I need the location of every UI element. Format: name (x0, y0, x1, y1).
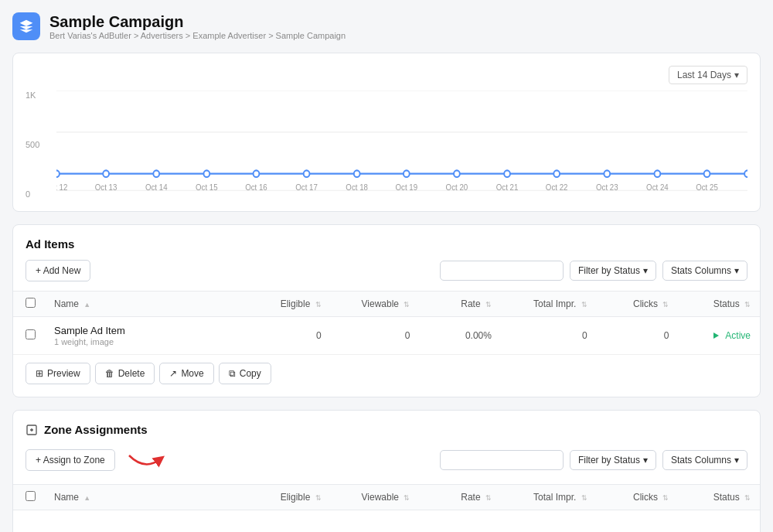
zone-search-input[interactable] (440, 450, 564, 470)
svg-text:Oct 24: Oct 24 (646, 183, 669, 193)
page-header-text: Sample Campaign Bert Varias's AdButler >… (49, 13, 346, 40)
row-checkbox[interactable] (26, 329, 36, 339)
zone-stats-columns-label: Stats Columns (671, 455, 731, 466)
svg-text:Oct 17: Oct 17 (295, 183, 318, 193)
svg-point-10 (354, 170, 360, 177)
total-impr-column-header: Total Impr. ⇅ (501, 292, 597, 317)
sort-eligible-icon[interactable]: ⇅ (315, 301, 322, 309)
sort-zone-eligible-icon[interactable]: ⇅ (315, 494, 322, 502)
sort-rate-icon[interactable]: ⇅ (485, 301, 492, 309)
zone-assignments-toolbar: + Assign to Zone Filter by Status ▾ Stat… (13, 445, 760, 484)
zone-assignments-table: Name ▲ Eligible ⇅ Viewable ⇅ Rate (13, 484, 760, 532)
add-new-button[interactable]: + Add New (26, 260, 90, 281)
zone-filter-by-status-button[interactable]: Filter by Status ▾ (570, 450, 656, 470)
status-active: Active (687, 330, 751, 341)
select-all-checkbox[interactable] (26, 298, 36, 308)
rate-cell: 0.00% (419, 317, 501, 355)
sort-zone-rate-icon[interactable]: ⇅ (485, 494, 492, 502)
svg-point-4 (56, 170, 60, 177)
ad-items-section-header: Ad Items (13, 225, 760, 251)
chevron-down-icon: ▾ (643, 265, 648, 276)
sort-zone-status-icon[interactable]: ⇅ (744, 494, 751, 502)
svg-point-14 (553, 170, 560, 177)
ad-items-table-wrapper: Name ▲ Eligible ⇅ Viewable ⇅ Rate (13, 291, 760, 355)
status-cell: Active (678, 317, 760, 355)
total-impr-cell: 0 (501, 317, 597, 355)
svg-point-18 (744, 170, 747, 177)
svg-text:Oct 13: Oct 13 (95, 183, 117, 193)
eligible-column-header: Eligible ⇅ (249, 292, 331, 317)
page-header: Sample Campaign Bert Varias's AdButler >… (12, 12, 761, 40)
preview-button[interactable]: ⊞ Preview (26, 363, 90, 384)
svg-point-8 (254, 170, 260, 177)
ad-item-sub: 1 weight, image (54, 337, 240, 346)
chart-y-labels: 1K 500 0 (26, 90, 39, 199)
date-range-button[interactable]: Last 14 Days ▾ (669, 66, 747, 84)
status-column-header: Status ⇅ (678, 292, 760, 317)
svg-text:Oct 22: Oct 22 (546, 183, 568, 193)
sort-zone-total-impr-icon[interactable]: ⇅ (581, 494, 587, 502)
sort-name-icon[interactable]: ▲ (83, 301, 90, 309)
stats-columns-label: Stats Columns (671, 265, 731, 276)
sort-zone-viewable-icon[interactable]: ⇅ (404, 494, 410, 502)
assign-to-zone-button[interactable]: + Assign to Zone (26, 449, 115, 471)
zone-empty-row: This campaign is not assigned to any zon… (13, 510, 760, 533)
delete-button[interactable]: 🗑 Delete (95, 363, 155, 384)
zone-assignments-section-header: Zone Assignments (13, 411, 760, 436)
zone-clicks-column-header: Clicks ⇅ (597, 485, 679, 510)
svg-point-12 (454, 170, 460, 177)
sort-viewable-icon[interactable]: ⇅ (404, 301, 410, 309)
chevron-down-icon: ▾ (643, 455, 648, 466)
app-icon (12, 12, 40, 40)
ad-items-search-input[interactable] (440, 261, 564, 281)
svg-text:Oct 16: Oct 16 (245, 183, 267, 193)
zone-stats-columns-button[interactable]: Stats Columns ▾ (662, 450, 747, 470)
breadcrumb: Bert Varias's AdButler > Advertisers > E… (49, 31, 346, 40)
zone-select-all-checkbox[interactable] (26, 491, 36, 501)
zone-eligible-column-header: Eligible ⇅ (249, 485, 331, 510)
zone-assignments-icon (26, 424, 38, 436)
zone-empty-state: This campaign is not assigned to any zon… (13, 510, 760, 533)
svg-point-7 (203, 170, 209, 177)
svg-point-6 (153, 170, 159, 177)
rate-column-header: Rate ⇅ (419, 292, 501, 317)
chart-area: 1K 500 0 (26, 90, 747, 199)
preview-icon: ⊞ (36, 368, 43, 379)
copy-icon: ⧉ (229, 368, 236, 379)
ad-item-name-cell: Sample Ad Item 1 weight, image (45, 317, 249, 355)
select-all-header (13, 292, 45, 317)
y-label-0: 0 (26, 189, 39, 199)
svg-point-5 (103, 170, 109, 177)
copy-button[interactable]: ⧉ Copy (219, 363, 271, 384)
sort-total-impr-icon[interactable]: ⇅ (581, 301, 587, 309)
zone-assignments-card: Zone Assignments + Assign to Zone Filter… (12, 410, 761, 532)
filter-label: Filter by Status (578, 265, 640, 276)
play-icon (713, 332, 719, 339)
filter-by-status-button[interactable]: Filter by Status ▾ (570, 261, 656, 281)
svg-point-9 (304, 170, 310, 177)
viewable-column-header: Viewable ⇅ (331, 292, 420, 317)
sort-status-icon[interactable]: ⇅ (744, 301, 751, 309)
table-row: Sample Ad Item 1 weight, image 0 0 0.00%… (13, 317, 760, 355)
svg-text:Oct 20: Oct 20 (446, 183, 468, 193)
zone-assignments-title: Zone Assignments (44, 423, 148, 436)
eligible-cell: 0 (249, 317, 331, 355)
svg-point-11 (404, 170, 410, 177)
zone-total-impr-column-header: Total Impr. ⇅ (501, 485, 597, 510)
svg-point-16 (655, 170, 661, 177)
ad-items-card: Ad Items + Add New Filter by Status ▾ St… (12, 224, 761, 397)
sort-zone-name-icon[interactable]: ▲ (83, 494, 90, 502)
clicks-cell: 0 (597, 317, 679, 355)
chevron-down-icon: ▾ (734, 70, 739, 80)
svg-text:Oct 21: Oct 21 (496, 183, 519, 193)
viewable-cell: 0 (331, 317, 420, 355)
move-button[interactable]: ↗ Move (159, 363, 213, 384)
chart-svg: Oct 12 Oct 13 Oct 14 Oct 15 Oct 16 Oct 1… (56, 90, 747, 199)
sort-zone-clicks-icon[interactable]: ⇅ (662, 494, 669, 502)
stats-columns-button[interactable]: Stats Columns ▾ (662, 261, 747, 281)
ad-items-action-bar: ⊞ Preview 🗑 Delete ↗ Move ⧉ Copy (13, 355, 760, 397)
sort-clicks-icon[interactable]: ⇅ (662, 301, 669, 309)
svg-point-15 (604, 170, 610, 177)
ad-items-table: Name ▲ Eligible ⇅ Viewable ⇅ Rate (13, 291, 760, 355)
name-column-header: Name ▲ (45, 292, 249, 317)
